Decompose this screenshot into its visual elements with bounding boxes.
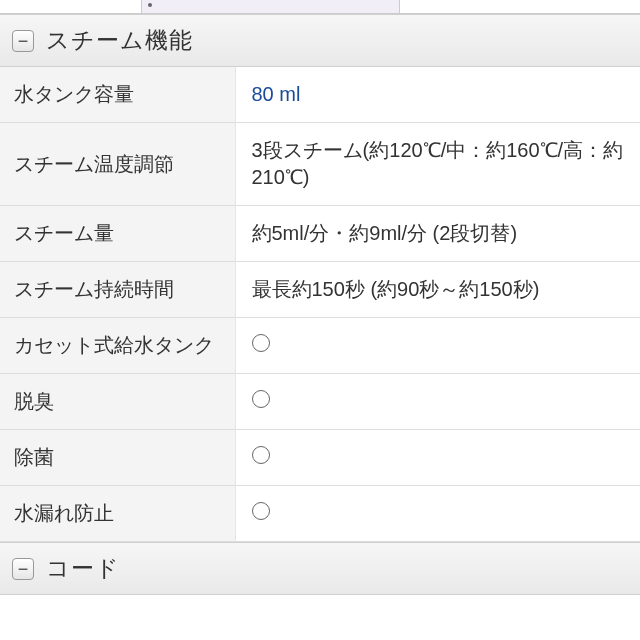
spec-label: スチーム量 bbox=[0, 206, 235, 262]
section-header-steam[interactable]: − スチーム機能 bbox=[0, 14, 640, 67]
collapse-icon[interactable]: − bbox=[12, 30, 34, 52]
circle-icon bbox=[252, 502, 270, 520]
spec-label: 脱臭 bbox=[0, 374, 235, 430]
table-row: スチーム持続時間 最長約150秒 (約90秒～約150秒) bbox=[0, 262, 640, 318]
table-row: 除菌 bbox=[0, 430, 640, 486]
circle-icon bbox=[252, 390, 270, 408]
spec-label: スチーム持続時間 bbox=[0, 262, 235, 318]
table-row: 水漏れ防止 bbox=[0, 486, 640, 542]
spec-value bbox=[235, 318, 640, 374]
table-row: 水タンク容量 80 ml bbox=[0, 67, 640, 123]
spec-value: 約5ml/分・約9ml/分 (2段切替) bbox=[235, 206, 640, 262]
section-header-cord[interactable]: − コード bbox=[0, 542, 640, 595]
table-row: スチーム量 約5ml/分・約9ml/分 (2段切替) bbox=[0, 206, 640, 262]
section-title: コード bbox=[46, 553, 120, 584]
circle-icon bbox=[252, 446, 270, 464]
spec-value[interactable]: 80 ml bbox=[235, 67, 640, 123]
collapse-icon[interactable]: − bbox=[12, 558, 34, 580]
spec-table-steam: 水タンク容量 80 ml スチーム温度調節 3段スチーム(約120℃/中：約16… bbox=[0, 67, 640, 542]
spec-value bbox=[235, 486, 640, 542]
section-title: スチーム機能 bbox=[46, 25, 193, 56]
table-row: カセット式給水タンク bbox=[0, 318, 640, 374]
spec-label: カセット式給水タンク bbox=[0, 318, 235, 374]
spec-label: 除菌 bbox=[0, 430, 235, 486]
circle-icon bbox=[252, 334, 270, 352]
spec-value: 最長約150秒 (約90秒～約150秒) bbox=[235, 262, 640, 318]
top-strip bbox=[0, 0, 640, 14]
spec-label: 水漏れ防止 bbox=[0, 486, 235, 542]
table-row: スチーム温度調節 3段スチーム(約120℃/中：約160℃/高：約210℃) bbox=[0, 123, 640, 206]
spec-value bbox=[235, 430, 640, 486]
spec-value bbox=[235, 374, 640, 430]
spec-label: 水タンク容量 bbox=[0, 67, 235, 123]
table-row: 脱臭 bbox=[0, 374, 640, 430]
spec-value: 3段スチーム(約120℃/中：約160℃/高：約210℃) bbox=[235, 123, 640, 206]
spec-label: スチーム温度調節 bbox=[0, 123, 235, 206]
